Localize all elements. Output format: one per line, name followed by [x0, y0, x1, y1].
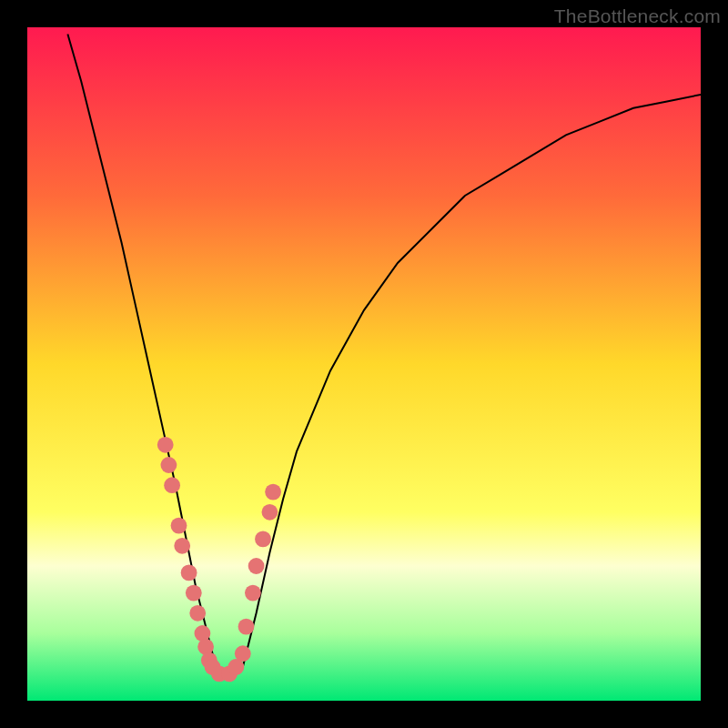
data-point: [248, 558, 265, 574]
data-point: [161, 457, 177, 473]
chart-container: TheBottleneck.com: [0, 0, 728, 728]
data-point: [265, 484, 281, 500]
plot-area: [27, 27, 701, 701]
gradient-background: [27, 27, 701, 701]
data-point: [262, 504, 278, 521]
data-point: [235, 645, 251, 662]
watermark-text: TheBottleneck.com: [554, 5, 721, 27]
data-point: [189, 605, 206, 622]
data-point: [197, 639, 214, 655]
data-point: [157, 437, 174, 453]
data-point: [171, 518, 187, 534]
data-point: [181, 565, 197, 581]
data-point: [238, 619, 255, 635]
data-point: [164, 477, 180, 493]
data-point: [245, 585, 261, 602]
chart-svg: [27, 27, 701, 701]
data-point: [195, 625, 211, 642]
data-point: [186, 585, 202, 602]
data-point: [255, 531, 271, 548]
data-point: [174, 538, 190, 554]
